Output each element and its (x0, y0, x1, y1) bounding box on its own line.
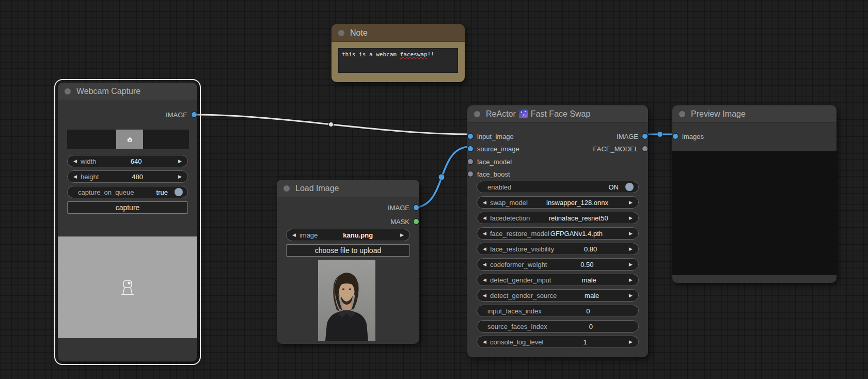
widget-value: male (551, 276, 627, 284)
widget-value: retinaface_resnet50 (530, 214, 627, 222)
arrow-right-icon[interactable]: ▶ (627, 216, 635, 220)
widget-face-restore-model[interactable]: ◀ face_restore_model GFPGANv1.4.pth ▶ (477, 227, 639, 240)
node-preview-image: Preview Image images (672, 105, 837, 283)
widget-value: 0.80 (554, 245, 627, 253)
node-title: Note (350, 28, 368, 38)
arrow-right-icon[interactable]: ▶ (627, 200, 635, 205)
widget-label: face_restore_model (488, 230, 549, 238)
input-socket[interactable] (468, 134, 473, 139)
node-title-text: ReActor (486, 109, 516, 118)
arrow-right-icon[interactable]: ▶ (176, 175, 184, 179)
arrow-right-icon[interactable]: ▶ (627, 293, 635, 298)
arrow-right-icon[interactable]: ▶ (627, 231, 635, 236)
capture-button[interactable]: capture (67, 201, 188, 214)
widget-label: detect_gender_input (488, 276, 551, 284)
face-boost-port: face_boost (467, 169, 510, 179)
widget-label: swap_model (488, 199, 528, 207)
node-load-image: Load Image IMAGE MASK ◀ image kanu.png ▶… (277, 180, 419, 344)
arrow-left-icon[interactable]: ◀ (481, 293, 488, 298)
arrow-left-icon[interactable]: ◀ (481, 216, 488, 220)
arrow-right-icon[interactable]: ▶ (627, 278, 635, 282)
arrow-right-icon[interactable]: ▶ (176, 159, 184, 164)
input-socket[interactable] (468, 146, 473, 151)
toggle-icon[interactable] (625, 183, 634, 191)
widget-facedetection[interactable]: ◀ facedetection retinaface_resnet50 ▶ (477, 212, 639, 224)
node-collapse-dot[interactable] (65, 88, 71, 94)
webcam-icon (117, 277, 138, 298)
arrow-right-icon[interactable]: ▶ (627, 340, 635, 344)
port-label: source_image (477, 145, 519, 153)
arrow-left-icon[interactable]: ◀ (481, 200, 488, 205)
output-face-model-port: FACE_MODEL (593, 144, 648, 154)
source-image-port: source_image (467, 144, 519, 154)
widget-source-faces-index[interactable]: source_faces_index 0 (477, 320, 639, 333)
widget-label: face_restore_visibility (488, 245, 554, 253)
widget-input-faces-index[interactable]: input_faces_index 0 (477, 305, 639, 317)
note-textarea[interactable]: this is a webcam faceswap!! (338, 48, 458, 73)
output-socket[interactable] (642, 134, 648, 139)
arrow-right-icon[interactable]: ▶ (627, 247, 635, 251)
output-socket[interactable] (414, 205, 419, 210)
widget-width[interactable]: ◀ width 640 ▶ (67, 155, 188, 167)
output-socket[interactable] (414, 219, 419, 224)
note-text: this is a webcam (342, 51, 400, 58)
widget-swap-model[interactable]: ◀ swap_model inswapper_128.onnx ▶ (477, 196, 639, 209)
preview-node-titlebar[interactable]: Preview Image (672, 105, 837, 123)
widget-label: height (79, 173, 99, 181)
widget-codeformer-weight[interactable]: ◀ codeformer_weight 0.50 ▶ (477, 258, 639, 271)
arrow-left-icon[interactable]: ◀ (481, 340, 488, 344)
node-title: ReActorFast Face Swap (486, 109, 590, 119)
webcam-preview-area (58, 236, 197, 338)
arrow-left-icon[interactable]: ◀ (71, 175, 79, 179)
widget-console-log-level[interactable]: ◀ console_log_level 1 ▶ (477, 336, 639, 348)
port-label: face_boost (477, 170, 510, 178)
widget-label: facedetection (488, 214, 530, 222)
output-socket[interactable] (192, 112, 197, 117)
arrow-left-icon[interactable]: ◀ (71, 159, 79, 164)
node-collapse-dot[interactable] (283, 185, 290, 192)
node-collapse-dot[interactable] (679, 111, 685, 117)
input-socket[interactable] (468, 159, 473, 164)
output-socket[interactable] (642, 146, 648, 151)
face-model-port: face_model (467, 156, 512, 167)
input-socket[interactable] (673, 134, 678, 139)
node-collapse-dot[interactable] (338, 30, 344, 36)
arrow-right-icon[interactable]: ▶ (398, 233, 406, 238)
arrow-left-icon[interactable]: ◀ (290, 233, 298, 238)
node-graph-canvas[interactable]: Note this is a webcam faceswap!! Webcam … (0, 0, 868, 379)
widget-capture-on-queue[interactable]: capture_on_queue true (67, 186, 188, 198)
note-node-titlebar[interactable]: Note (332, 24, 465, 42)
widget-value: ON (606, 183, 622, 191)
arrow-left-icon[interactable]: ◀ (481, 231, 488, 236)
widget-value: 480 (99, 173, 176, 181)
webcam-node-titlebar[interactable]: Webcam Capture (58, 83, 197, 100)
choose-file-button[interactable]: choose file to upload (286, 244, 410, 257)
node-collapse-dot[interactable] (474, 111, 480, 117)
arrow-right-icon[interactable]: ▶ (627, 262, 635, 267)
node-webcam-capture: Webcam Capture IMAGE ◀ width 640 ▶ ◀ hei… (58, 83, 197, 361)
webcam-device-thumb[interactable] (116, 130, 143, 149)
widget-detect-gender-source[interactable]: ◀ detect_gender_source male ▶ (477, 289, 639, 302)
widget-label: console_log_level (488, 338, 543, 346)
reactor-node-titlebar[interactable]: ReActorFast Face Swap (467, 105, 648, 123)
port-label: IMAGE (617, 133, 638, 140)
toggle-icon[interactable] (175, 188, 183, 196)
arrow-left-icon[interactable]: ◀ (481, 278, 488, 282)
port-label: IMAGE (388, 204, 409, 212)
widget-image[interactable]: ◀ image kanu.png ▶ (286, 229, 410, 241)
output-image-port: IMAGE (388, 202, 419, 213)
widget-height[interactable]: ◀ height 480 ▶ (67, 170, 188, 183)
widget-face-restore-visibility[interactable]: ◀ face_restore_visibility 0.80 ▶ (477, 243, 639, 255)
input-socket[interactable] (468, 171, 473, 177)
load-image-node-titlebar[interactable]: Load Image (277, 180, 419, 197)
arrow-left-icon[interactable]: ◀ (481, 247, 488, 251)
arrow-left-icon[interactable]: ◀ (481, 262, 488, 267)
widget-value: 0 (542, 307, 635, 315)
widget-enabled[interactable]: enabled ON (477, 181, 639, 193)
widget-detect-gender-input[interactable]: ◀ detect_gender_input male ▶ (477, 274, 639, 286)
node-note: Note this is a webcam faceswap!! (332, 24, 465, 82)
widget-label: detect_gender_source (488, 292, 557, 299)
node-title: Webcam Capture (76, 87, 140, 96)
widget-value: true (153, 188, 171, 196)
loaded-image-preview (318, 260, 375, 341)
